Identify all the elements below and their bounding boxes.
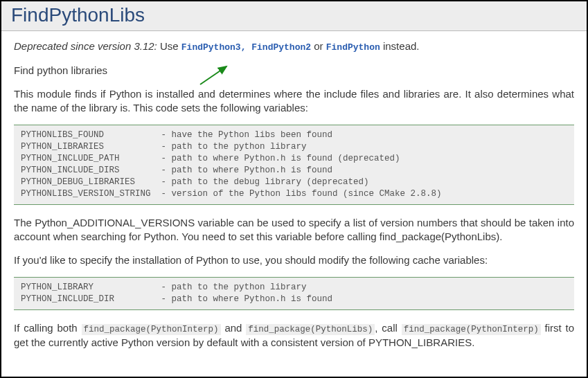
deprecated-suffix: instead. xyxy=(380,40,420,52)
variables-block-1: PYTHONLIBS_FOUND - have the Python libs … xyxy=(14,125,574,204)
link-findpython[interactable]: FindPython xyxy=(326,42,380,53)
deprecated-mid: or xyxy=(311,40,326,52)
final-t1: If calling both xyxy=(14,322,82,334)
link-sep: , xyxy=(241,42,252,53)
inline-code-2: find_package(PythonLibs) xyxy=(246,324,375,335)
deprecated-notice: Deprecated since version 3.12: Use FindP… xyxy=(14,39,574,54)
link-findpython2[interactable]: FindPython2 xyxy=(251,42,311,53)
document-frame: FindPythonLibs Deprecated since version … xyxy=(0,0,588,378)
intro-text: Find python libraries xyxy=(14,64,574,78)
page-content: Deprecated since version 3.12: Use FindP… xyxy=(1,31,587,368)
final-t3: , call xyxy=(375,322,401,334)
inline-code-1: find_package(PythonInterp) xyxy=(82,324,221,335)
final-t2: and xyxy=(221,322,247,334)
page-header: FindPythonLibs xyxy=(1,1,587,31)
description-3: If you'd like to specify the installatio… xyxy=(14,253,574,267)
deprecated-prefix: Use xyxy=(160,40,181,52)
description-1: This module finds if Python is installed… xyxy=(14,87,574,116)
final-paragraph: If calling both find_package(PythonInter… xyxy=(14,321,574,350)
deprecated-label: Deprecated since version 3.12: xyxy=(14,40,157,52)
inline-code-3: find_package(PythonInterp) xyxy=(402,324,541,335)
description-2: The Python_ADDITIONAL_VERSIONS variable … xyxy=(14,216,574,244)
variables-block-2: PYTHON_LIBRARY - path to the python libr… xyxy=(14,277,574,310)
link-findpython3[interactable]: FindPython3 xyxy=(181,42,241,53)
page-title: FindPythonLibs xyxy=(11,4,577,26)
